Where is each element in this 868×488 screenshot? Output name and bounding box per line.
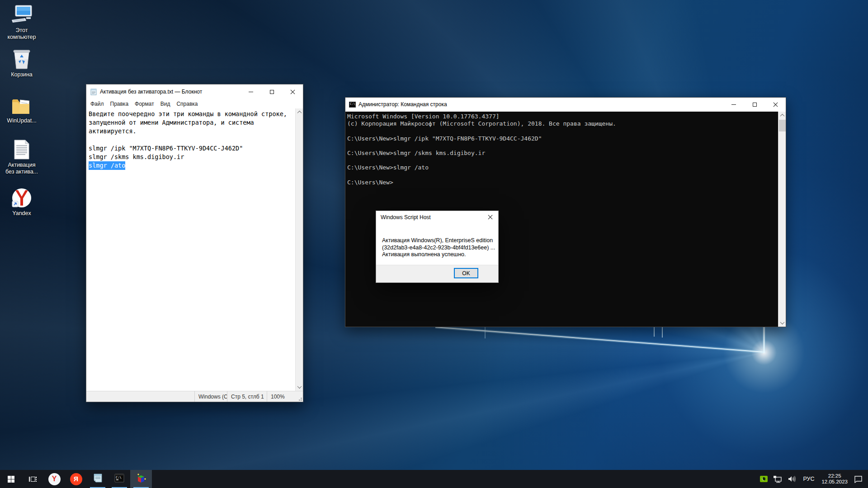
cmd-vertical-scrollbar[interactable] bbox=[778, 112, 786, 327]
desktop-icon-label: Этот компьютер bbox=[7, 27, 36, 41]
notepad-maximize-button[interactable] bbox=[261, 84, 282, 99]
close-icon bbox=[290, 89, 295, 94]
cmd-titlebar[interactable]: C:\ Администратор: Командная строка bbox=[345, 98, 786, 111]
activator-cube-icon bbox=[135, 472, 147, 486]
cmd-title: Администратор: Командная строка bbox=[359, 101, 723, 108]
notepad-close-button[interactable] bbox=[282, 84, 303, 99]
action-center-icon bbox=[854, 475, 863, 483]
desktop-icon-recycle-bin[interactable]: Корзина bbox=[0, 48, 43, 78]
desktop-icon-yandex[interactable]: Yandex bbox=[0, 187, 43, 217]
text-file-icon bbox=[14, 138, 30, 160]
volume-tray-button[interactable] bbox=[785, 470, 799, 488]
desktop-icon-winupdate-folder[interactable]: WinUpdat... bbox=[0, 94, 43, 124]
taskbar-clock[interactable]: 22:25 12.05.2023 bbox=[818, 470, 851, 488]
taskbar: Y Я C:\ bbox=[0, 470, 868, 488]
notepad-selected-text: slmgr /ato bbox=[89, 161, 125, 170]
taskbar-yandex-button[interactable]: Я bbox=[65, 470, 87, 488]
ok-button[interactable]: OK bbox=[454, 268, 478, 278]
wsh-close-button[interactable] bbox=[482, 211, 498, 223]
minimize-icon bbox=[249, 92, 253, 92]
folder-icon bbox=[11, 94, 32, 116]
system-tray: РУС 22:25 12.05.2023 bbox=[757, 470, 868, 488]
menu-help[interactable]: Справка bbox=[173, 100, 201, 108]
scroll-up-icon[interactable] bbox=[778, 112, 786, 119]
scroll-down-icon[interactable] bbox=[296, 383, 303, 391]
volume-icon bbox=[788, 475, 797, 483]
this-pc-icon bbox=[10, 4, 33, 25]
desktop-icon-label: Yandex bbox=[12, 210, 31, 217]
nvidia-tray-button[interactable] bbox=[757, 470, 770, 488]
desktop-icon-this-pc[interactable]: Этот компьютер bbox=[0, 4, 43, 41]
start-button[interactable] bbox=[0, 470, 22, 488]
wsh-title: Windows Script Host bbox=[376, 214, 482, 221]
status-encoding: Windows (CI bbox=[194, 391, 227, 402]
desktop-icon-label: Корзина bbox=[11, 71, 33, 78]
task-view-button[interactable] bbox=[22, 470, 43, 488]
notepad-icon bbox=[92, 473, 103, 485]
cmd-close-button[interactable] bbox=[765, 98, 786, 111]
wsh-dialog: Windows Script Host Активация Windows(R)… bbox=[376, 211, 499, 283]
yandex-icon: Я bbox=[70, 473, 82, 485]
close-icon bbox=[773, 102, 778, 107]
network-icon bbox=[773, 475, 782, 483]
task-view-icon bbox=[29, 476, 37, 483]
maximize-icon bbox=[753, 103, 757, 107]
cmd-icon: C:\ bbox=[114, 473, 125, 485]
menu-view[interactable]: Вид bbox=[157, 100, 174, 108]
cmd-console-text: Microsoft Windows [Version 10.0.17763.43… bbox=[345, 112, 786, 186]
menu-format[interactable]: Формат bbox=[132, 100, 157, 108]
action-center-button[interactable] bbox=[851, 470, 868, 488]
desktop-icon-activation-txt[interactable]: Активация без актива... bbox=[0, 138, 43, 175]
notepad-minimize-button[interactable] bbox=[241, 84, 261, 99]
notepad-menubar: Файл Правка Формат Вид Справка bbox=[86, 99, 303, 108]
notepad-vertical-scrollbar[interactable] bbox=[295, 108, 303, 391]
notepad-title: Активация без активатора.txt — Блокнот bbox=[100, 89, 241, 95]
wsh-footer: OK bbox=[376, 265, 498, 282]
taskbar-notepad-button[interactable] bbox=[87, 470, 108, 488]
cmd-app-icon: C:\ bbox=[349, 102, 356, 108]
yandex-browser-icon bbox=[11, 187, 32, 208]
notepad-app-icon bbox=[90, 88, 97, 95]
svg-text:C:\: C:\ bbox=[116, 476, 122, 479]
notepad-statusbar: Windows (CI Стр 5, стлб 1 100% bbox=[86, 391, 303, 402]
yandex-browser-icon: Y bbox=[48, 473, 61, 485]
clock-date: 12.05.2023 bbox=[821, 479, 848, 485]
wsh-message: Активация Windows(R), EnterpriseS editio… bbox=[382, 237, 495, 258]
desktop-icon-label: WinUpdat... bbox=[7, 117, 36, 124]
close-icon bbox=[488, 215, 493, 220]
notepad-text: Введите поочередно эти три команды в ком… bbox=[86, 108, 303, 161]
nvidia-icon bbox=[760, 476, 768, 482]
minimize-icon bbox=[731, 104, 736, 105]
menu-edit[interactable]: Правка bbox=[107, 100, 132, 108]
taskbar-yandex-browser-button[interactable]: Y bbox=[43, 470, 65, 488]
scrollbar-thumb[interactable] bbox=[779, 120, 786, 131]
wsh-titlebar[interactable]: Windows Script Host bbox=[376, 211, 498, 223]
scroll-down-icon[interactable] bbox=[778, 319, 786, 327]
notepad-text-area[interactable]: Введите поочередно эти три команды в ком… bbox=[86, 108, 303, 391]
scroll-up-icon[interactable] bbox=[296, 108, 303, 116]
network-tray-button[interactable] bbox=[770, 470, 785, 488]
notepad-window: Активация без активатора.txt — Блокнот Ф… bbox=[86, 84, 303, 402]
resize-grip[interactable] bbox=[301, 399, 302, 401]
clock-time: 22:25 bbox=[821, 473, 848, 479]
windows-logo-icon bbox=[8, 476, 14, 483]
status-cursor-position: Стр 5, стлб 1 bbox=[227, 391, 267, 402]
status-zoom-level: 100% bbox=[267, 391, 303, 402]
cmd-maximize-button[interactable] bbox=[744, 98, 765, 111]
recycle-bin-icon bbox=[12, 48, 32, 70]
desktop-icon-label: Активация без актива... bbox=[5, 162, 38, 175]
cmd-minimize-button[interactable] bbox=[723, 98, 744, 111]
language-indicator[interactable]: РУС bbox=[799, 470, 818, 488]
taskbar-activator-button[interactable] bbox=[130, 470, 152, 488]
notepad-titlebar[interactable]: Активация без активатора.txt — Блокнот bbox=[86, 84, 303, 99]
menu-file[interactable]: Файл bbox=[87, 100, 107, 108]
maximize-icon bbox=[270, 90, 274, 94]
taskbar-cmd-button[interactable]: C:\ bbox=[108, 470, 130, 488]
